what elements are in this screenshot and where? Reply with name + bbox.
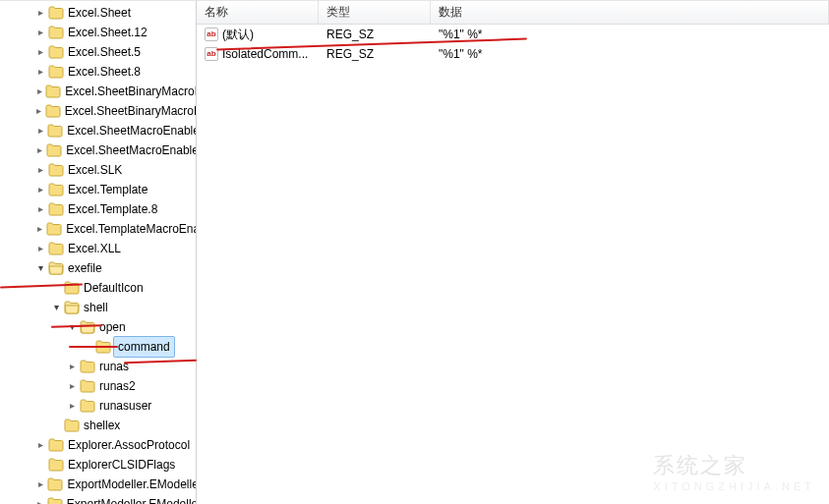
tree-item-label: Excel.Sheet.8 [68,62,141,82]
tree-item[interactable]: ExplorerCLSIDFlags [0,455,196,475]
tree-item[interactable]: ▸ Excel.SheetBinaryMacroEnabled.12 [0,101,196,121]
chevron-right-icon[interactable]: ▸ [35,106,43,117]
chevron-down-icon[interactable]: ▾ [51,303,62,313]
chevron-right-icon[interactable]: ▸ [35,165,46,176]
tree-item[interactable]: ▸ Explorer.AssocProtocol [0,435,196,455]
expander-placeholder [35,460,46,471]
folder-icon [45,103,61,119]
column-header-name[interactable]: 名称 [197,1,319,24]
tree-item[interactable]: ▸ ExportModeller.EModeller [0,475,196,494]
chevron-right-icon[interactable]: ▸ [35,86,43,97]
folder-icon [46,221,62,237]
tree-item-label: Explorer.AssocProtocol [68,435,190,455]
folder-icon [47,123,63,139]
tree-item[interactable]: ▸ ExportModeller.EModeller.1 [0,494,196,504]
tree-item[interactable]: shellex [0,416,196,435]
tree-item-label: runasuser [99,396,151,416]
chevron-down-icon[interactable]: ▾ [35,263,46,274]
chevron-right-icon[interactable]: ▸ [67,362,78,372]
tree-item-label: Excel.Sheet.12 [68,23,148,42]
chevron-right-icon[interactable]: ▸ [35,145,44,156]
folder-icon [64,280,80,296]
tree-item-label: open [99,317,126,337]
folder-icon [48,182,64,197]
folder-icon [48,241,64,256]
folder-icon [48,201,64,217]
value-type-cell: REG_SZ [319,47,431,61]
tree-item-label: Excel.SheetMacroEnabled.12 [66,140,196,160]
value-name-cell: abIsolatedComm... [197,47,319,61]
chevron-right-icon[interactable]: ▸ [67,381,78,392]
tree-item-label: Excel.SLK [68,160,122,180]
folder-icon [80,359,95,374]
chevron-right-icon[interactable]: ▸ [67,401,78,412]
folder-icon [47,496,63,504]
chevron-right-icon[interactable]: ▸ [35,126,45,137]
chevron-right-icon[interactable]: ▸ [35,499,45,505]
registry-editor-window: ▸ Excel.Sheet▸ Excel.Sheet.12▸ Excel.She… [0,0,829,504]
tree-item[interactable]: ▸ Excel.Template.8 [0,199,196,219]
tree-item[interactable]: ▸ Excel.Sheet.8 [0,62,196,82]
tree-item-label: Excel.Template [68,180,148,199]
chevron-right-icon[interactable]: ▸ [35,224,44,235]
tree-item[interactable]: ▸ Excel.SheetMacroEnabled [0,121,196,140]
tree-item[interactable]: ▸ Excel.TemplateMacroEnabled [0,219,196,239]
watermark: 系统之家 XITONGZHIJIA.NET [653,451,815,492]
chevron-right-icon[interactable]: ▸ [35,440,46,451]
folder-icon [46,142,62,158]
tree-item-label: Excel.SheetMacroEnabled [67,121,196,140]
watermark-sub: XITONGZHIJIA.NET [653,480,815,492]
tree-item[interactable]: ▸ runasuser [0,396,196,416]
value-name-cell: ab(默认) [197,27,319,43]
value-row[interactable]: ab(默认)REG_SZ"%1" %* [197,25,829,44]
chevron-right-icon[interactable]: ▸ [35,8,46,19]
tree-item[interactable]: ▸ Excel.Sheet [0,3,196,23]
tree-item[interactable]: ▸ Excel.SLK [0,160,196,180]
tree-item-label: ExportModeller.EModeller [67,475,196,494]
tree-item-label: runas [99,357,129,376]
folder-icon [48,437,64,453]
folder-icon [48,25,64,40]
tree-item-label: Excel.Template.8 [68,199,157,219]
column-header-type[interactable]: 类型 [319,1,431,24]
tree-item[interactable]: ▸ Excel.SheetMacroEnabled.12 [0,140,196,160]
tree-item[interactable]: ▾ open [0,317,196,337]
tree-item[interactable]: ▸ runas2 [0,376,196,396]
chevron-right-icon[interactable]: ▸ [35,244,46,254]
column-header-data[interactable]: 数据 [431,1,829,24]
tree-item-label: exefile [68,258,102,278]
chevron-right-icon[interactable]: ▸ [35,204,46,215]
tree-item[interactable]: ▾ exefile [0,258,196,278]
tree-item[interactable]: DefaultIcon [0,278,196,298]
tree-item[interactable]: ▾ shell [0,298,196,317]
folder-icon [48,162,64,178]
folder-icon [48,457,64,473]
expander-placeholder [51,420,62,431]
tree-item[interactable]: ▸ Excel.Sheet.12 [0,23,196,42]
tree-item-label: Excel.SheetBinaryMacroEnabled [65,82,196,101]
value-data-cell: "%1" %* [431,47,829,61]
folder-icon [48,44,64,60]
tree-item[interactable]: ▸ Excel.Template [0,180,196,199]
value-name: (默认) [222,27,254,43]
tree-item-label: runas2 [99,376,136,396]
tree-item-label: Excel.XLL [68,239,121,258]
tree-item-label: DefaultIcon [84,278,144,298]
folder-icon [47,476,63,492]
tree-item-label: command [113,336,175,358]
tree-item[interactable]: ▸ Excel.Sheet.5 [0,42,196,62]
tree-item-label: Excel.SheetBinaryMacroEnabled.12 [65,101,196,121]
string-value-icon: ab [205,28,218,41]
chevron-right-icon[interactable]: ▸ [35,479,45,490]
chevron-right-icon[interactable]: ▸ [35,28,46,38]
tree-item[interactable]: ▸ Excel.SheetBinaryMacroEnabled [0,82,196,101]
chevron-right-icon[interactable]: ▸ [35,67,46,78]
chevron-right-icon[interactable]: ▸ [35,47,46,58]
chevron-right-icon[interactable]: ▸ [35,185,46,196]
tree-item-label: shellex [84,416,120,435]
folder-icon [80,378,95,394]
tree-item[interactable]: ▸ Excel.XLL [0,239,196,258]
registry-tree[interactable]: ▸ Excel.Sheet▸ Excel.Sheet.12▸ Excel.She… [0,1,197,504]
folder-icon [48,260,64,276]
tree-item-label: shell [84,298,108,317]
